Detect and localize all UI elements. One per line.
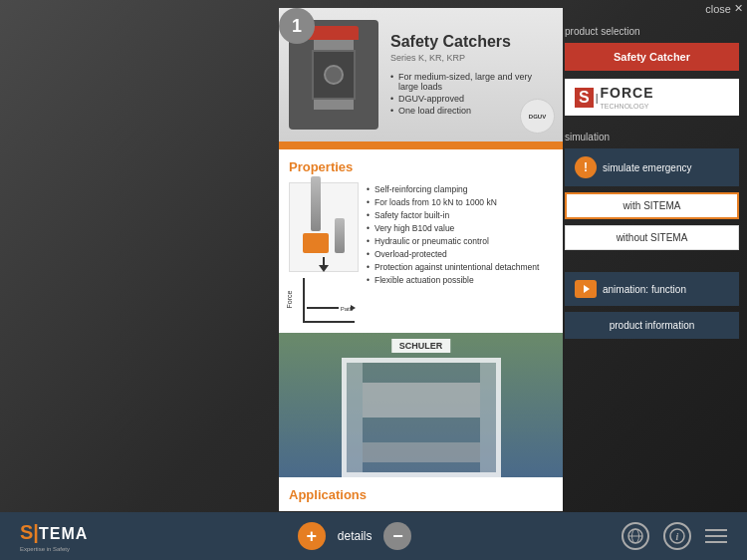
applications-section: SCHULER Applications <box>279 333 563 511</box>
menu-line-2 <box>705 535 727 537</box>
product-info-button[interactable]: product information <box>565 312 739 339</box>
warning-icon: ! <box>575 156 597 178</box>
sforce-logo: S | FORCE TECHNOLOGY <box>565 79 739 116</box>
property-item: Self-reinforcing clamping <box>367 182 553 195</box>
info-icon[interactable]: i <box>663 522 691 550</box>
close-icon: ✕ <box>734 2 743 15</box>
simulation-title: simulation <box>565 132 739 142</box>
sforce-sub-text: TECHNOLOGY <box>601 103 654 110</box>
product-header: Safety Catchers Series K, KR, KRP For me… <box>279 8 563 141</box>
product-title: Safety Catchers <box>390 33 553 51</box>
step-indicator: 1 <box>279 8 315 44</box>
animation-icon <box>575 280 597 298</box>
with-sitema-button[interactable]: with SITEMA <box>565 192 739 219</box>
clamp-diagram <box>289 182 359 272</box>
product-selection-panel: product selection Safety Catcher S | FOR… <box>565 26 739 339</box>
application-item: Hydraulic presses <box>289 510 553 511</box>
sitema-brand: S| TEMA Expertise in Safety <box>20 521 88 552</box>
simulation-section: simulation ! simulate emergency with SIT… <box>565 132 739 256</box>
applications-list: Hydraulic presses Mechanical presses Inj… <box>289 510 553 511</box>
toolbar-center-controls: + details − <box>298 522 412 550</box>
feature-item: For medium-sized, large and very large l… <box>390 71 553 93</box>
property-item: For loads from 10 kN to 1000 kN <box>367 195 553 208</box>
remove-button[interactable]: − <box>383 522 411 550</box>
globe-icon[interactable] <box>622 522 649 550</box>
property-item: Safety factor built-in <box>367 208 553 221</box>
main-content-panel: Safety Catchers Series K, KR, KRP For me… <box>279 8 563 511</box>
applications-text: Applications Hydraulic presses Mechanica… <box>279 477 563 511</box>
property-item: Very high B10d value <box>367 221 553 234</box>
animation-btn-label: animation: function <box>603 284 686 295</box>
property-item: Flexible actuation possible <box>367 273 553 286</box>
details-label: details <box>338 529 373 543</box>
close-label: close <box>705 3 731 15</box>
dguv-badge: DGUV <box>520 99 555 134</box>
force-path-graph: Force Path <box>289 278 359 323</box>
properties-section: Properties <box>279 149 563 333</box>
right-panel: close ✕ product selection Safety Catcher… <box>565 8 739 339</box>
add-button[interactable]: + <box>298 522 326 550</box>
applications-title: Applications <box>289 487 553 502</box>
safety-catcher-button[interactable]: Safety Catcher <box>565 43 739 71</box>
menu-line-1 <box>705 529 727 531</box>
property-item: Hydraulic or pneumatic control <box>367 234 553 247</box>
sforce-s-letter: S <box>575 88 594 108</box>
close-button[interactable]: close ✕ <box>705 2 743 15</box>
sforce-brand-text: FORCE <box>601 85 654 101</box>
product-selection-title: product selection <box>565 26 739 37</box>
property-item: Overload-protected <box>367 247 553 260</box>
toolbar-right-icons: i <box>622 522 727 550</box>
hamburger-menu-icon[interactable] <box>705 529 727 543</box>
application-image: SCHULER <box>279 333 563 477</box>
sitema-tagline: Expertise in Safety <box>20 546 88 552</box>
properties-title: Properties <box>289 159 553 174</box>
without-sitema-button[interactable]: without SITEMA <box>565 225 739 250</box>
animation-function-button[interactable]: animation: function <box>565 272 739 306</box>
svg-text:i: i <box>676 531 679 542</box>
bottom-toolbar: S| TEMA Expertise in Safety + details − … <box>0 512 747 560</box>
simulate-emergency-label: simulate emergency <box>603 162 691 173</box>
property-item: Protection against unintentional detachm… <box>367 260 553 273</box>
properties-diagram: Force Path <box>289 182 359 323</box>
graph-y-label: Force <box>286 291 293 309</box>
sitema-brand-name: TEMA <box>39 525 88 543</box>
orange-divider <box>279 141 563 149</box>
product-series: Series K, KR, KRP <box>390 53 553 63</box>
properties-list: Self-reinforcing clamping For loads from… <box>367 182 553 323</box>
sitema-s-letter: S| <box>20 521 39 544</box>
properties-content: Force Path Self-reinforcing clamping For… <box>289 182 553 323</box>
simulate-emergency-button[interactable]: ! simulate emergency <box>565 148 739 186</box>
menu-line-3 <box>705 541 727 543</box>
